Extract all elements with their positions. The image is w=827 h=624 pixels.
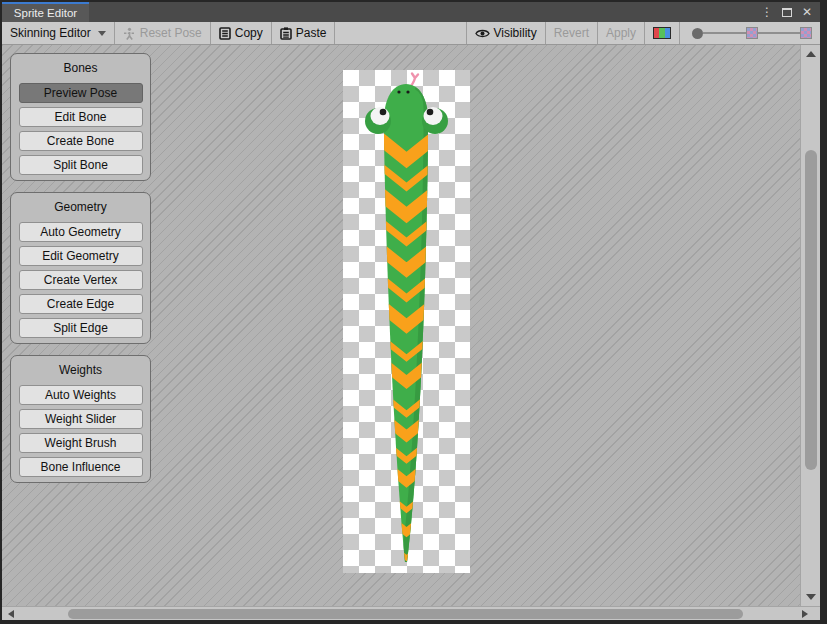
panel-bones-title: Bones	[11, 59, 150, 83]
panel-bones: Bones Preview Pose Edit Bone Create Bone…	[10, 53, 151, 181]
opacity-sliders	[680, 22, 820, 44]
menu-icon[interactable]: ⋮	[760, 5, 774, 19]
scroll-right-icon[interactable]	[802, 610, 808, 618]
edit-geometry-button[interactable]: Edit Geometry	[19, 246, 143, 266]
snake-sprite-image	[343, 70, 470, 573]
toolbar: Skinning Editor Reset Pose Copy Paste	[2, 22, 820, 45]
tab-sprite-editor[interactable]: Sprite Editor	[2, 2, 89, 22]
paste-icon	[280, 27, 292, 40]
panel-weights: Weights Auto Weights Weight Slider Weigh…	[10, 355, 151, 483]
weight-brush-button[interactable]: Weight Brush	[19, 433, 143, 453]
create-edge-button[interactable]: Create Edge	[19, 294, 143, 314]
create-vertex-button[interactable]: Create Vertex	[19, 270, 143, 290]
apply-button[interactable]: Apply	[598, 22, 644, 44]
vertical-scrollbar-thumb[interactable]	[805, 150, 817, 470]
vertical-scrollbar[interactable]	[800, 45, 820, 606]
close-icon[interactable]: ✕	[800, 5, 814, 19]
edit-bone-button[interactable]: Edit Bone	[19, 107, 143, 127]
sprite-editor-window: Sprite Editor ⋮ ✕ Skinning Editor Reset …	[0, 0, 827, 624]
copy-icon	[219, 27, 231, 40]
split-bone-button[interactable]: Split Bone	[19, 155, 143, 175]
panel-weights-title: Weights	[11, 361, 150, 385]
rgb-swatch-icon	[653, 27, 671, 39]
toolbar-spacer	[335, 22, 465, 44]
preview-pose-button[interactable]: Preview Pose	[19, 83, 143, 103]
mesh-opacity-slider-track[interactable]	[758, 32, 801, 34]
bone-pattern-icon	[746, 27, 758, 39]
auto-geometry-button[interactable]: Auto Geometry	[19, 222, 143, 242]
scroll-down-icon[interactable]	[806, 594, 816, 600]
eye-icon	[475, 28, 490, 39]
skinning-editor-dropdown[interactable]: Skinning Editor	[2, 22, 114, 44]
bone-influence-button[interactable]: Bone Influence	[19, 457, 143, 477]
sprite-color-swatch-button[interactable]	[645, 22, 679, 44]
weight-slider-button[interactable]: Weight Slider	[19, 409, 143, 429]
auto-weights-button[interactable]: Auto Weights	[19, 385, 143, 405]
reset-pose-person-icon	[123, 27, 136, 40]
reset-pose-button[interactable]: Reset Pose	[115, 22, 210, 44]
horizontal-scrollbar-thumb[interactable]	[68, 609, 743, 619]
revert-button[interactable]: Revert	[546, 22, 597, 44]
split-edge-button[interactable]: Split Edge	[19, 318, 143, 338]
create-bone-button[interactable]: Create Bone	[19, 131, 143, 151]
visibility-button[interactable]: Visibility	[467, 22, 545, 44]
copy-button[interactable]: Copy	[211, 22, 271, 44]
bone-opacity-slider-knob[interactable]	[692, 28, 703, 39]
tab-title: Sprite Editor	[14, 7, 77, 19]
panel-geometry-title: Geometry	[11, 198, 150, 222]
bone-opacity-slider-track[interactable]	[703, 32, 746, 34]
mesh-pattern-icon	[800, 27, 812, 39]
tab-bar: Sprite Editor ⋮ ✕	[2, 2, 820, 22]
horizontal-scrollbar[interactable]	[2, 606, 820, 620]
sprite-texture-view[interactable]	[343, 70, 470, 573]
maximize-icon[interactable]	[780, 5, 794, 19]
chevron-down-icon	[98, 31, 106, 36]
window-controls: ⋮ ✕	[760, 2, 820, 22]
panel-geometry: Geometry Auto Geometry Edit Geometry Cre…	[10, 192, 151, 344]
paste-button[interactable]: Paste	[272, 22, 335, 44]
scroll-up-icon[interactable]	[806, 51, 816, 57]
scroll-left-icon[interactable]	[8, 610, 14, 618]
